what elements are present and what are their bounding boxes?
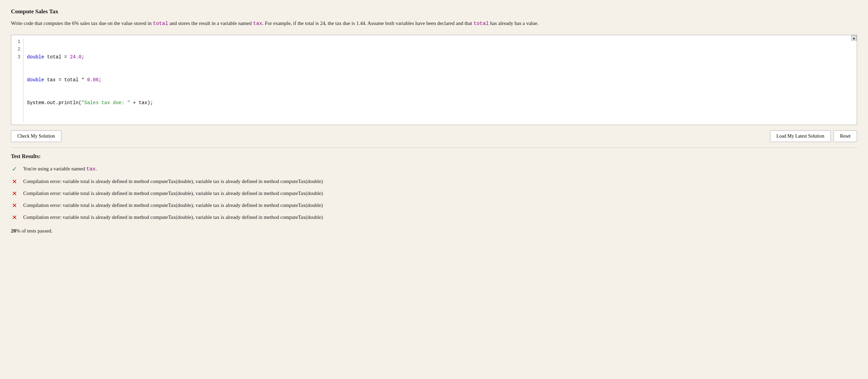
- description-tax-inline: tax: [253, 21, 262, 27]
- fail-icon-1: ✕: [11, 178, 18, 185]
- fail-icon-4: ✕: [11, 214, 18, 221]
- test-summary: 20% of tests passed.: [11, 228, 857, 234]
- test-result-item-0: ✓ You're using a variable named tax.: [11, 165, 857, 173]
- pass-icon-0: ✓: [11, 165, 18, 173]
- test-result-text-1: Compilation error: variable total is alr…: [23, 178, 323, 185]
- fail-icon-2: ✕: [11, 190, 18, 197]
- line-number-3: 3: [18, 53, 20, 61]
- summary-text: % of tests passed.: [16, 228, 53, 234]
- code-line-1: double total = 24.0;: [27, 53, 853, 61]
- code-text-3a: System.out.println(: [27, 100, 82, 106]
- description: Write code that computes the 6% sales ta…: [11, 19, 857, 28]
- check-solution-button[interactable]: Check My Solution: [11, 130, 61, 142]
- keyword-double-2: double: [27, 77, 44, 83]
- tax-var-inline: tax: [86, 166, 96, 172]
- line-number-2: 2: [18, 45, 20, 53]
- test-results-title: Test Results:: [11, 153, 857, 159]
- scrollbar-up-arrow[interactable]: ▲: [851, 35, 857, 41]
- test-result-text-0: You're using a variable named tax.: [23, 165, 97, 173]
- code-editor-container[interactable]: 1 2 3 double total = 24.0; double tax = …: [11, 35, 857, 125]
- code-text-3b: + tax);: [130, 100, 153, 106]
- test-result-text-2: Compilation error: variable total is alr…: [23, 190, 323, 197]
- number-24: 24.0: [70, 54, 82, 60]
- code-editor[interactable]: 1 2 3 double total = 24.0; double tax = …: [11, 35, 857, 125]
- page-title: Compute Sales Tax: [11, 8, 857, 15]
- description-total-inline-2: total: [474, 21, 489, 27]
- test-result-item-1: ✕ Compilation error: variable total is a…: [11, 178, 857, 185]
- code-lines[interactable]: double total = 24.0; double tax = total …: [24, 38, 857, 122]
- line-numbers: 1 2 3: [11, 38, 24, 122]
- action-bar: Check My Solution Load My Latest Solutio…: [11, 130, 857, 148]
- code-text-1: total =: [44, 54, 70, 60]
- code-line-3: System.out.println("Sales tax due: " + t…: [27, 99, 853, 107]
- fail-icon-3: ✕: [11, 202, 18, 209]
- keyword-double-1: double: [27, 54, 44, 60]
- string-salestax: "Sales tax due: ": [82, 100, 130, 106]
- reset-button[interactable]: Reset: [834, 130, 857, 142]
- description-total-inline: total: [153, 21, 168, 27]
- test-result-text-3: Compilation error: variable total is alr…: [23, 201, 323, 209]
- test-result-item-4: ✕ Compilation error: variable total is a…: [11, 213, 857, 221]
- test-results-section: Test Results: ✓ You're using a variable …: [11, 153, 857, 234]
- number-006: 0.06: [87, 77, 99, 83]
- code-line-2: double tax = total * 0.06;: [27, 76, 853, 84]
- summary-percent: 20: [11, 228, 16, 234]
- load-latest-solution-button[interactable]: Load My Latest Solution: [770, 130, 831, 142]
- line-number-1: 1: [18, 38, 20, 45]
- test-result-item-2: ✕ Compilation error: variable total is a…: [11, 190, 857, 197]
- action-bar-right: Load My Latest Solution Reset: [770, 130, 857, 142]
- code-text-2: tax = total *: [44, 77, 87, 83]
- test-result-item-3: ✕ Compilation error: variable total is a…: [11, 201, 857, 209]
- test-result-text-4: Compilation error: variable total is alr…: [23, 213, 323, 221]
